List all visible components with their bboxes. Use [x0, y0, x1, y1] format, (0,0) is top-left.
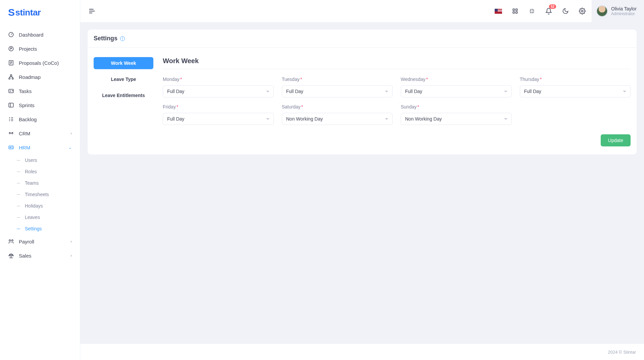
chevron-right-icon: › [70, 131, 72, 136]
tasks-icon [8, 88, 14, 94]
divider [163, 69, 631, 69]
page-title: Settings [94, 35, 117, 42]
settings-tabs: Work Week Leave Type Leave Entitlements [94, 57, 153, 146]
caret-icon [385, 118, 388, 120]
gauge-icon [8, 32, 14, 38]
list-icon [8, 116, 14, 122]
notification-badge: 52 [549, 4, 556, 9]
select-friday[interactable]: Full Day [163, 113, 274, 125]
user-name: Olivia Taylor [611, 6, 637, 11]
caret-icon [504, 91, 507, 92]
chevron-down-icon: ⌄ [68, 145, 72, 150]
sidebar-item-projects[interactable]: Projects [3, 42, 77, 56]
caret-icon [504, 118, 507, 120]
language-flag[interactable] [491, 4, 506, 18]
svg-rect-13 [516, 9, 517, 10]
settings-card: Settings i Work Week Leave Type Leave En… [88, 30, 637, 154]
scales-icon [8, 253, 14, 259]
svg-rect-5 [12, 78, 13, 79]
update-button[interactable]: Update [601, 134, 631, 146]
logo[interactable]: SStintar [0, 0, 80, 28]
select-wednesday[interactable]: Full Day [401, 85, 512, 97]
tab-leave-entitlements[interactable]: Leave Entitlements [94, 89, 153, 101]
svg-rect-14 [513, 12, 514, 13]
chevron-right-icon: › [70, 239, 72, 244]
svg-rect-15 [516, 12, 517, 13]
footer-brand: Stintar [623, 350, 636, 355]
svg-rect-3 [10, 75, 12, 76]
fullscreen-exit[interactable] [525, 4, 539, 18]
layout-icon [8, 102, 14, 108]
select-tuesday[interactable]: Full Day [282, 85, 393, 97]
field-tuesday: Tuesday* Full Day [282, 77, 393, 97]
caret-icon [266, 118, 269, 120]
bell-icon [545, 8, 552, 14]
field-friday: Friday* Full Day [163, 104, 274, 125]
select-saturday[interactable]: Non Working Day [282, 113, 393, 125]
svg-point-9 [10, 147, 11, 148]
field-saturday: Saturday* Non Working Day [282, 104, 393, 125]
tab-work-week[interactable]: Work Week [94, 57, 153, 69]
user-role: Administrator [611, 11, 637, 16]
avatar [596, 5, 608, 17]
document-icon [8, 60, 14, 66]
us-flag-icon [495, 9, 502, 14]
sidebar-sub-teams[interactable]: Teams [11, 177, 77, 189]
topbar: 52 Olivia Taylor Administrator [80, 0, 644, 22]
svg-point-11 [12, 240, 13, 241]
svg-rect-7 [9, 103, 13, 107]
sitemap-icon [8, 74, 14, 80]
svg-rect-12 [513, 9, 514, 10]
field-monday: Monday* Full Day [163, 77, 274, 97]
sidebar-item-crm[interactable]: CRM › [3, 126, 77, 140]
caret-icon [623, 91, 626, 92]
caret-icon [266, 91, 269, 92]
apps-grid[interactable] [508, 4, 523, 18]
tab-leave-type[interactable]: Leave Type [94, 73, 153, 85]
sidebar-sub-holidays[interactable]: Holidays [11, 200, 77, 212]
gear-icon [579, 8, 586, 14]
sidebar-item-proposals[interactable]: Proposals (CoCo) [3, 56, 77, 70]
sidebar-sub-settings[interactable]: Settings [11, 223, 77, 234]
select-sunday[interactable]: Non Working Day [401, 113, 512, 125]
notifications[interactable]: 52 [541, 4, 556, 18]
sidebar-sub-timesheets[interactable]: Timesheets [11, 189, 77, 200]
sidebar-sub-roles[interactable]: Roles [11, 166, 77, 177]
svg-rect-4 [9, 78, 10, 79]
sidebar-item-tasks[interactable]: Tasks [3, 84, 77, 98]
field-sunday: Sunday* Non Working Day [401, 104, 512, 125]
moon-icon [562, 8, 569, 14]
menu-toggle[interactable] [88, 7, 96, 15]
theme-toggle[interactable] [558, 4, 573, 18]
copyright: 2024 © [608, 350, 622, 355]
sidebar-item-payroll[interactable]: Payroll › [3, 234, 77, 249]
sidebar: SStintar Dashboard Projects Proposals (C… [0, 0, 80, 360]
field-wednesday: Wednesday* Full Day [401, 77, 512, 97]
svg-point-16 [582, 10, 583, 12]
sidebar-item-sprints[interactable]: Sprints [3, 98, 77, 112]
sidebar-item-sales[interactable]: Sales › [3, 249, 77, 263]
info-icon[interactable]: i [120, 36, 125, 41]
sidebar-item-dashboard[interactable]: Dashboard [3, 28, 77, 42]
sidebar-sub-leaves[interactable]: Leaves [11, 212, 77, 223]
svg-point-10 [9, 240, 11, 241]
sidebar-item-backlog[interactable]: Backlog [3, 112, 77, 126]
caret-icon [385, 91, 388, 92]
sidebar-sub-users[interactable]: Users [11, 154, 77, 166]
id-icon [8, 144, 14, 150]
handshake-icon [8, 130, 14, 136]
select-thursday[interactable]: Full Day [520, 85, 631, 97]
footer: 2024 © Stintar [80, 344, 644, 360]
sidebar-item-hrm[interactable]: HRM ⌄ [3, 140, 77, 154]
p-icon [8, 46, 14, 52]
payroll-icon [8, 238, 14, 244]
select-monday[interactable]: Full Day [163, 85, 274, 97]
field-thursday: Thursday* Full Day [520, 77, 631, 97]
chevron-right-icon: › [70, 253, 72, 258]
settings[interactable] [575, 4, 590, 18]
sidebar-item-roadmap[interactable]: Roadmap [3, 70, 77, 84]
section-title: Work Week [163, 57, 631, 65]
user-menu[interactable]: Olivia Taylor Administrator [592, 0, 644, 22]
